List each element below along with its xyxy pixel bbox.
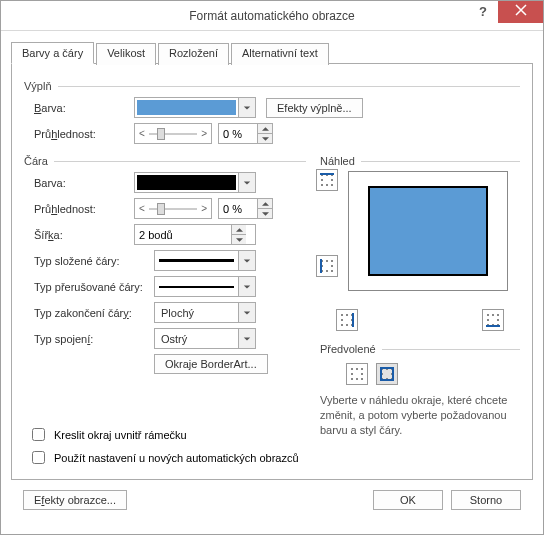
compound-type-combo[interactable]	[154, 250, 256, 271]
close-button[interactable]	[498, 1, 543, 23]
ok-button[interactable]: OK	[373, 490, 443, 510]
borderart-button[interactable]: Okraje BorderArt...	[154, 354, 268, 374]
dash-type-label: Typ přerušované čáry:	[24, 281, 154, 293]
chevron-down-icon	[238, 303, 255, 322]
help-button[interactable]: ?	[469, 1, 497, 23]
chevron-down-icon	[238, 329, 255, 348]
join-type-label: Typ spojení:	[24, 333, 154, 345]
dash-sample	[159, 286, 234, 288]
fill-transparency-input[interactable]	[219, 124, 257, 143]
line-width-input[interactable]	[135, 225, 231, 244]
group-preview: Náhled	[320, 155, 520, 167]
titlebar: Formát automatického obrazce ?	[1, 1, 543, 31]
dialog-title: Formát automatického obrazce	[189, 9, 354, 23]
tab-panel: Výplň Barva: Efekty výplně... Průhlednos…	[11, 64, 533, 480]
draw-inside-label: Kreslit okraj uvnitř rámečku	[54, 429, 187, 441]
dialog-window: Formát automatického obrazce ? Barvy a č…	[0, 0, 544, 535]
chevron-down-icon	[238, 251, 255, 270]
compound-sample	[159, 259, 234, 262]
arrow-left-icon: <	[139, 128, 145, 139]
tab-colors-lines[interactable]: Barvy a čáry	[11, 42, 94, 64]
line-color-combo[interactable]	[134, 172, 256, 193]
chevron-down-icon	[238, 98, 255, 117]
line-transparency-label: Průhlednost:	[24, 203, 134, 215]
group-line: Čára	[24, 155, 306, 167]
cap-type-combo[interactable]: Plochý	[154, 302, 256, 323]
apply-new-label: Použít nastavení u nových automatických …	[54, 452, 299, 464]
close-icon	[515, 4, 527, 16]
line-width-label: Šířka:	[24, 229, 134, 241]
edge-bottom-button[interactable]	[482, 309, 504, 331]
tab-layout[interactable]: Rozložení	[158, 43, 229, 65]
fill-color-swatch	[137, 100, 236, 115]
arrow-right-icon: >	[201, 203, 207, 214]
fill-color-label: Barva:	[24, 102, 134, 114]
preview-box	[348, 171, 508, 291]
tabstrip: Barvy a čáry Velikost Rozložení Alternat…	[11, 41, 533, 64]
preview-shape	[368, 186, 488, 276]
line-color-label: Barva:	[24, 177, 134, 189]
draw-inside-checkbox[interactable]	[32, 428, 45, 441]
dash-type-combo[interactable]	[154, 276, 256, 297]
line-color-swatch	[137, 175, 236, 190]
fill-transparency-label: Průhlednost:	[24, 128, 134, 140]
tab-size[interactable]: Velikost	[96, 43, 156, 65]
line-width-spinner[interactable]	[134, 224, 256, 245]
line-transparency-slider[interactable]: < >	[134, 198, 212, 219]
group-fill: Výplň	[24, 80, 520, 92]
line-transparency-spinner[interactable]	[218, 198, 273, 219]
fill-transparency-slider[interactable]: < >	[134, 123, 212, 144]
edge-top-button[interactable]	[316, 169, 338, 191]
join-type-combo[interactable]: Ostrý	[154, 328, 256, 349]
cap-type-label: Typ zakončení čáry:	[24, 307, 154, 319]
group-defaults: Předvolené	[320, 343, 520, 355]
default-none-button[interactable]	[346, 363, 368, 385]
chevron-down-icon	[238, 277, 255, 296]
shape-effects-button[interactable]: Efekty obrazce...	[23, 490, 127, 510]
chevron-down-icon	[238, 173, 255, 192]
line-transparency-input[interactable]	[219, 199, 257, 218]
default-all-button[interactable]	[376, 363, 398, 385]
compound-type-label: Typ složené čáry:	[24, 255, 154, 267]
cap-type-value: Plochý	[155, 307, 238, 319]
fill-color-combo[interactable]	[134, 97, 256, 118]
spin-up-icon[interactable]	[258, 124, 272, 134]
edge-right-button[interactable]	[336, 309, 358, 331]
spin-down-icon[interactable]	[258, 134, 272, 143]
arrow-left-icon: <	[139, 203, 145, 214]
fill-transparency-spinner[interactable]	[218, 123, 273, 144]
join-type-value: Ostrý	[155, 333, 238, 345]
tab-alttext[interactable]: Alternativní text	[231, 43, 329, 65]
cancel-button[interactable]: Storno	[451, 490, 521, 510]
edge-left-button[interactable]	[316, 255, 338, 277]
apply-new-checkbox[interactable]	[32, 451, 45, 464]
arrow-right-icon: >	[201, 128, 207, 139]
fill-effects-button[interactable]: Efekty výplně...	[266, 98, 363, 118]
